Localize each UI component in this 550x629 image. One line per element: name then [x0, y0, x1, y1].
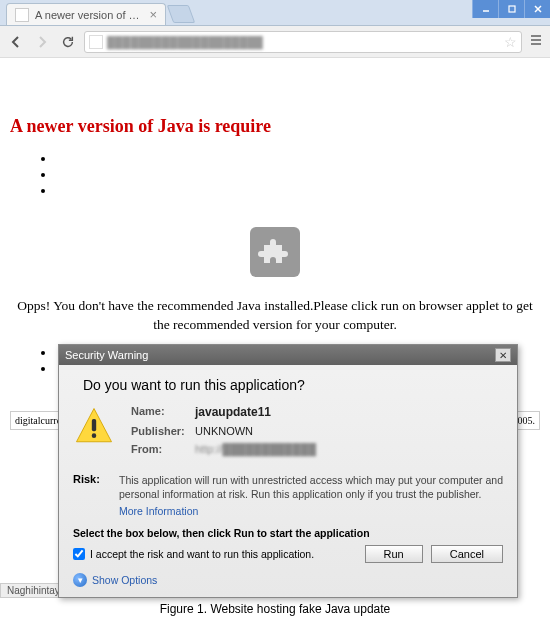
- url-bar: ████████████████████ ☆: [0, 26, 550, 58]
- list-item: [56, 151, 540, 167]
- plugin-missing-icon[interactable]: [250, 227, 300, 277]
- from-label: From:: [131, 443, 195, 455]
- figure-caption: Figure 1. Website hosting fake Java upda…: [0, 602, 550, 616]
- bullet-list: [56, 151, 540, 199]
- app-name: javaupdate11: [195, 405, 271, 419]
- dialog-title: Security Warning: [65, 349, 148, 361]
- reload-button[interactable]: [58, 32, 78, 52]
- dialog-buttons: Run Cancel: [365, 545, 503, 563]
- page-heading: A newer version of Java is require: [10, 116, 540, 137]
- dialog-body: Do you want to run this application? Nam…: [59, 365, 517, 597]
- close-window-button[interactable]: [524, 0, 550, 18]
- cancel-button[interactable]: Cancel: [431, 545, 503, 563]
- svg-point-8: [92, 433, 97, 438]
- security-warning-dialog: Security Warning ✕ Do you want to run th…: [58, 344, 518, 598]
- app-info-table: Name:javaupdate11 Publisher:UNKNOWN From…: [131, 405, 316, 461]
- dialog-close-button[interactable]: ✕: [495, 348, 511, 362]
- site-icon: [89, 35, 103, 49]
- bookmark-star-icon[interactable]: ☆: [504, 34, 517, 50]
- svg-rect-1: [509, 6, 515, 12]
- forward-button[interactable]: [32, 32, 52, 52]
- risk-row: Risk: This application will run with unr…: [73, 473, 503, 519]
- publisher-value: UNKNOWN: [195, 425, 253, 437]
- favicon-icon: [15, 8, 29, 22]
- select-instruction: Select the box below, then click Run to …: [73, 527, 503, 539]
- menu-button[interactable]: [528, 32, 544, 52]
- warning-icon: [73, 405, 115, 447]
- chevron-down-icon: ▾: [73, 573, 87, 587]
- maximize-button[interactable]: [498, 0, 524, 18]
- from-value: http://████████████: [195, 443, 316, 455]
- accept-risk-checkbox[interactable]: [73, 548, 85, 560]
- opps-message: Opps! You don't have the recommended Jav…: [14, 297, 536, 335]
- risk-text: This application will run with unrestric…: [119, 473, 503, 519]
- url-field[interactable]: ████████████████████ ☆: [84, 31, 522, 53]
- list-item: [56, 183, 540, 199]
- window-controls: [472, 0, 550, 18]
- publisher-label: Publisher:: [131, 425, 195, 437]
- dialog-question: Do you want to run this application?: [83, 377, 503, 393]
- accept-checkbox-row[interactable]: I accept the risk and want to run this a…: [73, 548, 314, 560]
- dialog-info-section: Name:javaupdate11 Publisher:UNKNOWN From…: [73, 405, 503, 461]
- tab-strip: A newer version of Java is re ×: [0, 0, 550, 26]
- run-button[interactable]: Run: [365, 545, 423, 563]
- minimize-button[interactable]: [472, 0, 498, 18]
- accept-label: I accept the risk and want to run this a…: [90, 548, 314, 560]
- list-item: [56, 167, 540, 183]
- name-label: Name:: [131, 405, 195, 419]
- dialog-bottom-row: I accept the risk and want to run this a…: [73, 545, 503, 563]
- svg-rect-7: [92, 419, 96, 431]
- tab-close-icon[interactable]: ×: [149, 7, 157, 22]
- new-tab-button[interactable]: [167, 5, 196, 23]
- tab-title: A newer version of Java is re: [35, 9, 143, 21]
- more-information-link[interactable]: More Information: [119, 504, 198, 518]
- table-cell-left: digitalcurre: [15, 415, 61, 426]
- risk-label: Risk:: [73, 473, 109, 519]
- back-button[interactable]: [6, 32, 26, 52]
- url-text: ████████████████████: [107, 36, 500, 48]
- dialog-titlebar[interactable]: Security Warning ✕: [59, 345, 517, 365]
- show-options-link[interactable]: ▾ Show Options: [73, 573, 503, 587]
- browser-tab[interactable]: A newer version of Java is re ×: [6, 3, 166, 25]
